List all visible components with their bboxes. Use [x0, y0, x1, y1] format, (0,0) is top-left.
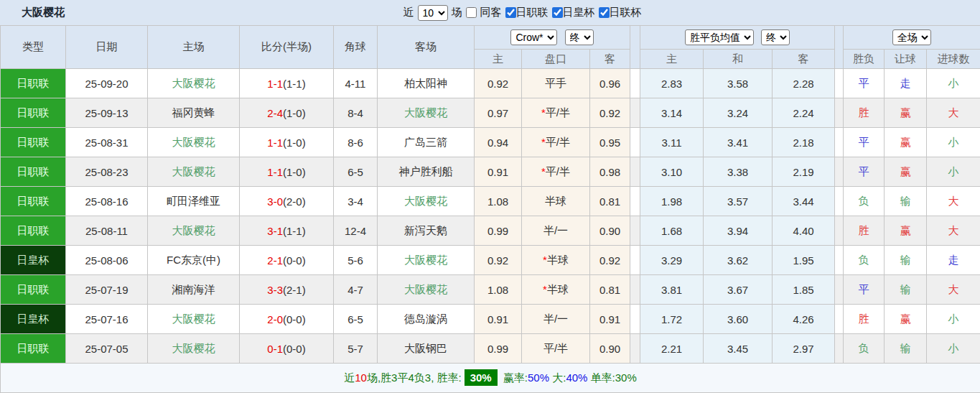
goals-result-cell: 大 — [927, 275, 980, 305]
separator-cell — [835, 275, 844, 305]
score: 0-1(0-0) — [240, 334, 334, 364]
goals-result-cell: 小 — [927, 334, 980, 364]
summary-text: 近10场,胜3平4负3, 胜率:30% 赢率:50% 大:40% 单率:30% — [344, 371, 637, 384]
goals-result-cell: 小 — [927, 69, 980, 98]
league-type-badge: 日职联 — [1, 128, 66, 157]
avg-home-odds: 1.98 — [640, 187, 704, 216]
separator-cell — [630, 157, 640, 187]
goals-result-cell: 走 — [927, 246, 980, 275]
handicap-line: 半球 — [522, 187, 590, 216]
match-row: 日职联25-09-20大阪樱花1-1(1-1)4-11柏太阳神0.92平手0.9… — [1, 69, 980, 98]
handicap-result-cell: 输 — [885, 275, 927, 305]
avg-draw-odds: 3.94 — [704, 216, 773, 246]
score: 3-3(2-1) — [240, 275, 334, 305]
match-date: 25-09-13 — [66, 98, 148, 128]
match-row: 日职联25-09-13福冈黄蜂2-4(1-0)8-4大阪樱花0.97*平/半0.… — [1, 98, 980, 128]
odds-home: 0.91 — [475, 157, 522, 187]
odds-home: 0.99 — [475, 216, 522, 246]
separator-column — [630, 26, 640, 69]
league-cup-checkbox[interactable] — [599, 7, 610, 18]
odds-away: 0.92 — [590, 98, 630, 128]
odds-company-select[interactable]: Crow* — [510, 29, 557, 45]
corner-count: 12-4 — [334, 216, 378, 246]
match-date: 25-08-23 — [66, 157, 148, 187]
home-team: 大阪樱花 — [148, 157, 240, 187]
col-header-away: 客场 — [378, 26, 475, 69]
subcol-result: 胜负 — [844, 50, 885, 69]
odds-home: 0.91 — [475, 305, 522, 334]
away-team: 大阪樱花 — [378, 98, 475, 128]
subcol-avg-home: 主 — [640, 50, 704, 69]
score: 1-1(1-1) — [240, 69, 334, 98]
subcol-avg-draw: 和 — [704, 50, 773, 69]
odds-state-select[interactable]: 终 — [565, 29, 594, 45]
home-team: 大阪樱花 — [148, 69, 240, 98]
home-team: 大阪樱花 — [148, 216, 240, 246]
corner-count: 6-5 — [334, 305, 378, 334]
league-type-badge: 日职联 — [1, 275, 66, 305]
avg-away-odds: 4.40 — [773, 216, 835, 246]
separator-cell — [835, 128, 844, 157]
result-cell: 负 — [844, 334, 885, 364]
separator-cell — [835, 69, 844, 98]
match-row: 日职联25-07-19湘南海洋3-3(2-1)4-7大阪樱花1.08*半球0.8… — [1, 275, 980, 305]
handicap-result-cell: 赢 — [885, 216, 927, 246]
corner-count: 6-5 — [334, 157, 378, 187]
separator-cell — [630, 334, 640, 364]
odds-away: 0.91 — [590, 305, 630, 334]
result-cell: 胜 — [844, 98, 885, 128]
subcol-handicap-result: 让球 — [885, 50, 927, 69]
separator-cell — [835, 334, 844, 364]
separator-cell — [630, 128, 640, 157]
odds-home: 1.08 — [475, 187, 522, 216]
league-j1-checkbox[interactable] — [505, 7, 516, 18]
corner-count: 4-7 — [334, 275, 378, 305]
corner-count: 5-6 — [334, 246, 378, 275]
match-row: 日皇杯25-07-16大阪樱花2-0(0-0)6-5德岛漩涡0.91半/一0.9… — [1, 305, 980, 334]
avg-home-odds: 3.11 — [640, 128, 704, 157]
odds-home: 1.08 — [475, 275, 522, 305]
goals-result-cell: 大 — [927, 187, 980, 216]
avg-away-odds: 1.85 — [773, 275, 835, 305]
match-date: 25-09-20 — [66, 69, 148, 98]
score: 3-0(2-0) — [240, 187, 334, 216]
same-away-label: 同客 — [480, 6, 502, 19]
same-away-checkbox[interactable] — [466, 7, 477, 18]
emperor-cup-checkbox[interactable] — [552, 7, 563, 18]
match-row: 日职联25-08-23大阪樱花1-1(1-0)6-5神户胜利船0.91*平/半0… — [1, 157, 980, 187]
score: 2-4(1-0) — [240, 98, 334, 128]
goals-result-cell: 小 — [927, 128, 980, 157]
avg-state-select[interactable]: 终 — [761, 29, 790, 45]
home-team: FC东京(中) — [148, 246, 240, 275]
recent-count-select[interactable]: 10 — [418, 5, 448, 21]
odds-home: 0.94 — [475, 128, 522, 157]
avg-type-select[interactable]: 胜平负均值 — [685, 29, 754, 45]
match-row: 日职联25-08-16町田泽维亚3-0(2-0)3-4大阪樱花1.08半球0.8… — [1, 187, 980, 216]
league-type-badge: 日职联 — [1, 187, 66, 216]
handicap-line: 半/一 — [522, 305, 590, 334]
col-header-home: 主场 — [148, 26, 240, 69]
corner-count: 3-4 — [334, 187, 378, 216]
away-team: 大阪樱花 — [378, 246, 475, 275]
score: 1-1(1-0) — [240, 128, 334, 157]
topbar: 大阪樱花 近 10 场 同客 日职联 日皇杯 日联杯 — [0, 0, 980, 25]
away-team: 柏太阳神 — [378, 69, 475, 98]
avg-home-odds: 3.10 — [640, 157, 704, 187]
win-rate-badge: 30% — [465, 369, 498, 386]
subcol-odds-home: 主 — [475, 50, 522, 69]
home-team: 湘南海洋 — [148, 275, 240, 305]
odds-away: 0.90 — [590, 334, 630, 364]
avg-select-group: 胜平负均值 终 — [640, 26, 835, 50]
odds-home: 0.92 — [475, 69, 522, 98]
avg-away-odds: 2.19 — [773, 157, 835, 187]
filter-controls: 近 10 场 同客 日职联 日皇杯 日联杯 — [403, 5, 642, 21]
emperor-cup-label: 日皇杯 — [563, 6, 595, 19]
score: 3-1(1-1) — [240, 216, 334, 246]
separator-cell — [630, 187, 640, 216]
avg-home-odds: 1.68 — [640, 216, 704, 246]
match-row: 日职联25-08-11大阪樱花3-1(1-1)12-4新泻天鹅0.99半/一0.… — [1, 216, 980, 246]
subcol-handicap: 盘口 — [522, 50, 590, 69]
scope-select[interactable]: 全场 — [892, 29, 931, 45]
home-team: 大阪樱花 — [148, 128, 240, 157]
recent-label: 近 — [403, 6, 414, 19]
